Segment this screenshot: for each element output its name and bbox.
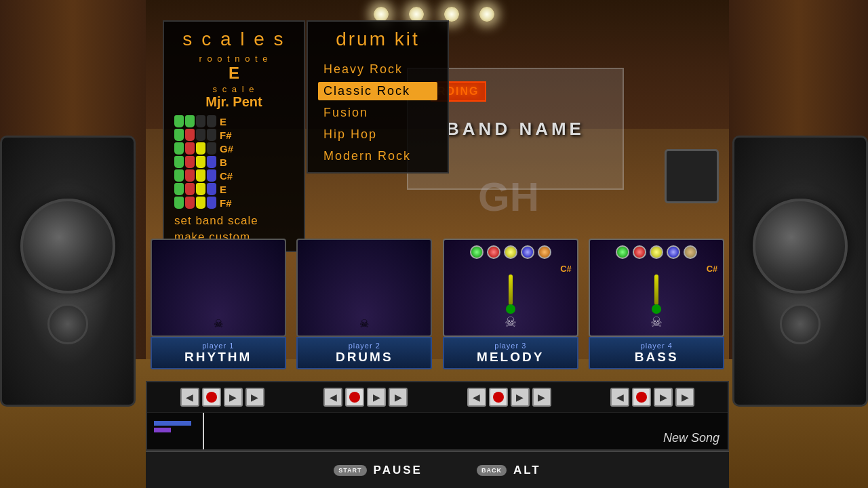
timeline-area: New Song (147, 412, 728, 449)
next-btn-2[interactable]: ▶ (389, 388, 408, 407)
drum-item-classic-rock[interactable]: Classic Rock (318, 82, 437, 100)
ui-overlay: s c a l e s r o o t n o t e E s c a l e … (0, 0, 868, 488)
prev-btn-1[interactable]: ◀ (180, 388, 199, 407)
bar-Cs-3 (196, 169, 205, 182)
play-btn-1[interactable]: ▶ (224, 388, 243, 407)
transport-group-4: ◀ ▶ ▶ (610, 388, 694, 407)
pause-button[interactable]: START PAUSE (334, 464, 422, 477)
bar-Gs-2 (185, 142, 195, 155)
transport-group-3: ◀ ▶ ▶ (467, 388, 551, 407)
bar-Fs2-1 (174, 197, 184, 209)
rec-btn-3[interactable] (489, 388, 508, 407)
player1-skull: ☠ (214, 317, 223, 330)
rec-btn-4[interactable] (632, 388, 651, 407)
transport-group-2: ◀ ▶ ▶ (323, 388, 408, 407)
player2-label-bar: player 2 DRUMS (296, 337, 432, 369)
alt-label: ALT (513, 464, 541, 477)
pause-label: PAUSE (374, 464, 422, 477)
set-band-scale-button[interactable]: set band scale (174, 214, 294, 228)
drumkit-title: drum kit (318, 28, 437, 50)
player3-note: C# (560, 264, 572, 274)
player4-strum-dot (652, 304, 661, 314)
play-btn-4[interactable]: ▶ (654, 388, 673, 407)
player4-frets (616, 245, 697, 259)
timeline-cursor (203, 413, 204, 449)
bar-Gs-4 (207, 142, 216, 155)
player3-strum-bar (509, 274, 513, 305)
panels-row: s c a l e s r o o t n o t e E s c a l e … (0, 0, 868, 252)
root-note-value: E (174, 64, 294, 83)
bar-E2-3 (196, 183, 205, 195)
transport-group-1: ◀ ▶ ▶ (180, 388, 264, 407)
player3-skull: ☠ (505, 314, 517, 330)
fret-yellow-p4 (650, 245, 663, 259)
bar-E1-2 (185, 115, 195, 127)
player2-name: player 2 (298, 342, 431, 350)
player4-preview: C# ☠ (589, 239, 724, 337)
play-btn-2[interactable]: ▶ (367, 388, 386, 407)
drum-item-fusion[interactable]: Fusion (318, 104, 437, 122)
player3-role: MELODY (444, 350, 577, 365)
drum-list: Heavy Rock Classic Rock Fusion Hip Hop M… (318, 60, 437, 165)
bar-Fs2-2 (185, 197, 195, 209)
player3-section: C# ☠ player 3 MELODY (438, 239, 583, 369)
fret-green-p4 (616, 245, 629, 259)
next-btn-1[interactable]: ▶ (245, 388, 264, 407)
bar-B-1 (174, 156, 184, 168)
note-row-B: B (174, 156, 227, 168)
new-song-label: New Song (663, 431, 719, 445)
bar-Fs-4 (207, 129, 216, 141)
fret-yellow-p3 (504, 245, 517, 259)
transport-bar: ◀ ▶ ▶ ◀ ▶ ▶ ◀ ▶ (146, 381, 729, 451)
drum-item-hip-hop[interactable]: Hip Hop (318, 125, 437, 144)
player4-role: BASS (590, 350, 723, 365)
timeline-bar-blue (154, 421, 191, 426)
prev-btn-3[interactable]: ◀ (467, 388, 486, 407)
player4-name: player 4 (590, 342, 723, 350)
drum-item-modern-rock[interactable]: Modern Rock (318, 147, 437, 165)
drum-item-heavy-rock[interactable]: Heavy Rock (318, 60, 437, 79)
player4-strum-bar (654, 274, 658, 305)
note-row-Csharp: C# (174, 169, 233, 182)
bar-E2-2 (185, 183, 195, 195)
fret-orange-p4 (684, 245, 697, 259)
player4-skull: ☠ (650, 314, 663, 330)
fret-blue-p4 (667, 245, 680, 259)
rec-btn-1[interactable] (202, 388, 221, 407)
fret-red-p4 (633, 245, 646, 259)
player4-label-bar: player 4 BASS (589, 337, 724, 369)
prev-btn-4[interactable]: ◀ (610, 388, 629, 407)
player3-name: player 3 (444, 342, 577, 350)
drumkit-panel: drum kit Heavy Rock Classic Rock Fusion … (307, 20, 449, 174)
rec-btn-2[interactable] (345, 388, 364, 407)
player1-label-bar: player 1 RHYTHM (151, 337, 286, 369)
bar-B-4 (207, 156, 216, 168)
fret-orange-p3 (538, 245, 551, 259)
bar-Fs-3 (196, 129, 205, 141)
player4-section: C# ☠ player 4 BASS (585, 239, 730, 369)
alt-button[interactable]: BACK ALT (477, 464, 541, 477)
note-row-Fsharp: F# (174, 129, 232, 141)
rec-dot-2 (349, 392, 360, 403)
bottom-controls: START PAUSE BACK ALT (146, 451, 729, 488)
rec-dot-1 (206, 392, 217, 403)
note-label-E1: E (220, 116, 226, 127)
bar-Gs-1 (174, 142, 184, 155)
player3-frets (470, 245, 551, 259)
player2-skull: ☠ (359, 317, 369, 330)
prev-btn-2[interactable]: ◀ (323, 388, 342, 407)
player3-label-bar: player 3 MELODY (443, 337, 578, 369)
player1-section: ☠ player 1 RHYTHM (146, 239, 291, 369)
bar-Cs-2 (185, 169, 195, 182)
scales-title: s c a l e s (174, 28, 294, 50)
next-btn-4[interactable]: ▶ (675, 388, 694, 407)
bar-Fs-2 (185, 129, 195, 141)
note-label-E2: E (220, 184, 226, 195)
players-area: ☠ player 1 RHYTHM ☠ player 2 DRUMS (146, 239, 729, 369)
bar-Gs-3 (196, 142, 205, 155)
play-btn-3[interactable]: ▶ (511, 388, 530, 407)
bar-E1-3 (196, 115, 205, 127)
scale-value: Mjr. Pent (174, 94, 294, 110)
next-btn-3[interactable]: ▶ (532, 388, 551, 407)
note-row-E2: E (174, 183, 226, 195)
